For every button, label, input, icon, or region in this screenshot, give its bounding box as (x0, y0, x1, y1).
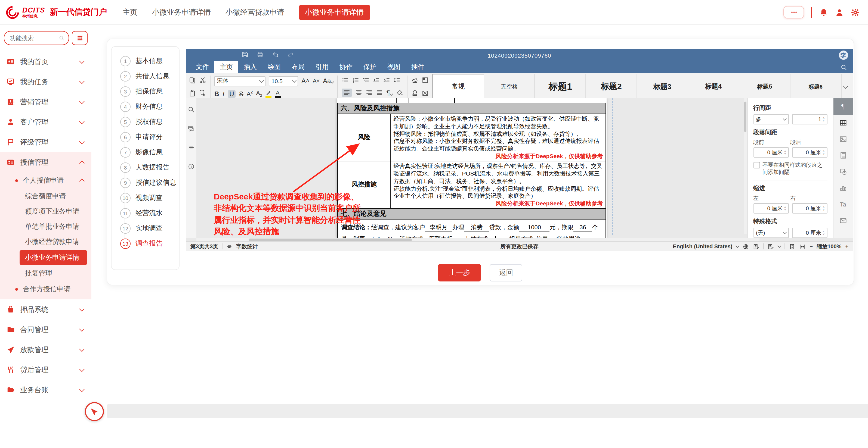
line-spacing-stepper[interactable]: 1˄˅ (792, 114, 827, 125)
change-case-icon[interactable]: Aa (323, 78, 334, 84)
word-count-button[interactable]: 字数统计 (236, 243, 258, 250)
sidebar-item[interactable]: 客户管理 (0, 112, 91, 132)
language-globe-icon[interactable] (743, 243, 749, 250)
top-tab[interactable]: 小微业务申请详情 (299, 5, 370, 20)
sidebar-subitem[interactable]: 小微业务申请详情 (20, 250, 87, 265)
editor-menu-tab[interactable]: 绘图 (262, 61, 286, 73)
paragraph-panel-tab[interactable]: ¶ (833, 98, 853, 115)
image-panel-tab[interactable] (833, 131, 853, 147)
notifications-bell-icon[interactable] (819, 8, 828, 16)
top-tab[interactable]: 小微业务申请详情 (152, 7, 211, 17)
zoom-in-button[interactable]: + (845, 243, 848, 249)
font-color-button[interactable]: A (275, 90, 281, 98)
paragraph-mark-button[interactable]: ¶ (386, 90, 393, 96)
style-heading1[interactable]: 标题1 (535, 74, 586, 99)
underline-button[interactable]: U (228, 90, 236, 98)
shapes-panel-tab[interactable] (833, 164, 853, 180)
zoom-level[interactable]: 缩放100% (816, 243, 841, 250)
editor-menu-tab[interactable]: 引用 (310, 61, 334, 73)
wizard-step[interactable]: 2 共借人信息 (112, 68, 179, 84)
strikethrough-button[interactable]: S (239, 91, 244, 97)
sidebar-subitem[interactable]: 批复管理 (0, 266, 91, 281)
wizard-step[interactable]: 7 影像信息 (112, 144, 179, 160)
style-heading2[interactable]: 标题2 (586, 74, 637, 99)
style-heading6[interactable]: 标题6 (790, 74, 841, 99)
spacing-after-stepper[interactable]: 0 厘米˄˅ (792, 147, 827, 158)
increase-indent-icon[interactable] (383, 77, 390, 84)
align-left-button[interactable] (342, 89, 352, 97)
navigation-outline-icon[interactable] (188, 144, 195, 151)
settings-gear-icon[interactable] (850, 8, 859, 16)
more-actions-button[interactable] (783, 6, 804, 19)
wizard-step[interactable]: 5 授权信息 (112, 114, 179, 129)
shading-icon[interactable] (421, 77, 428, 84)
find-icon[interactable] (188, 106, 195, 113)
line-spacing-select[interactable]: 多 (753, 114, 788, 125)
font-family-select[interactable]: 宋体 (214, 76, 266, 86)
wizard-step[interactable]: 12 实地调查 (112, 220, 179, 236)
editor-menu-tab[interactable]: 主页 (214, 61, 238, 73)
field-guarantee-method[interactable]: 信用 (533, 235, 551, 238)
superscript-button[interactable]: A2 (247, 90, 253, 97)
text-art-panel-tab[interactable]: Ta (833, 196, 853, 212)
sidebar-subitem[interactable]: 单笔单批业务申请 (0, 219, 91, 234)
fill-color-icon[interactable] (396, 90, 403, 97)
indent-left-stepper[interactable]: 0 厘米˄˅ (753, 203, 788, 213)
wizard-step[interactable]: 8 大数据报告 (112, 160, 179, 175)
document-page[interactable]: 六、风险及风控措施 风险 经营风险：小微企业市场竞争力弱，易受行业波动（如政策变… (337, 98, 607, 238)
sidebar-subparent-partner-credit[interactable]: 合作方授信申请 (0, 281, 91, 297)
special-format-stepper[interactable]: 0 厘米˄˅ (792, 228, 827, 238)
spellcheck-icon[interactable] (753, 243, 760, 250)
vertical-scrollbar[interactable] (743, 98, 747, 234)
sidebar-item[interactable]: 评级管理 (0, 132, 91, 152)
sidebar-subitem[interactable]: 综合额度申请 (0, 188, 91, 204)
field-amount[interactable]: 1000 (519, 224, 550, 232)
numbered-list-icon[interactable] (352, 77, 359, 84)
same-style-spacing-checkbox[interactable]: 不要在相同样式的段落之间添加间隔 (753, 161, 827, 175)
doc-conclusion[interactable]: 调查结论：经调查，建议为客户李明月办理消费贷款，金额1000元，期限36个月，利… (338, 219, 606, 238)
info-icon[interactable] (188, 163, 195, 170)
font-size-select[interactable]: 10.5 (269, 76, 298, 86)
editor-menu-tab[interactable]: 布局 (286, 61, 310, 73)
align-right-icon[interactable] (366, 90, 373, 97)
copy-icon[interactable] (189, 77, 196, 84)
style-heading3[interactable]: 标题3 (637, 74, 688, 99)
checkbox[interactable] (753, 162, 760, 168)
fit-page-icon[interactable] (789, 243, 795, 250)
field-repayment-method[interactable]: 等额本析 (423, 235, 458, 238)
user-profile-icon[interactable] (835, 8, 843, 16)
wizard-step[interactable]: 1 基本信息 (112, 53, 179, 68)
top-tab[interactable]: 小微经营贷款申请 (225, 7, 284, 17)
sidebar-item-credit-management[interactable]: 授信管理 (0, 152, 91, 172)
clear-format-eraser-icon[interactable] (411, 77, 418, 84)
previous-step-button[interactable]: 上一步 (438, 264, 481, 281)
sidebar-item[interactable]: 合同管理 (0, 319, 91, 340)
editor-menu-tab[interactable]: 保护 (358, 61, 382, 73)
sidebar-item[interactable]: 押品系统 (0, 299, 91, 319)
wizard-step[interactable]: 10 视频调查 (112, 190, 179, 205)
style-normal[interactable]: 常规 (432, 74, 484, 99)
floating-send-button[interactable] (85, 402, 104, 421)
editor-menu-tab[interactable]: 插入 (238, 61, 262, 73)
return-button[interactable]: 返回 (490, 264, 523, 281)
editor-menu-tab[interactable]: 插件 (406, 61, 430, 73)
text-frame-icon[interactable] (421, 90, 428, 97)
wizard-step[interactable]: 9 授信建议信息 (112, 175, 179, 190)
wizard-step[interactable]: 11 经营流水 (112, 205, 179, 220)
track-changes-icon[interactable] (768, 243, 774, 250)
select-icon[interactable] (199, 90, 206, 97)
align-center-icon[interactable] (355, 90, 362, 97)
editor-menu-tab[interactable]: 视图 (382, 61, 406, 73)
sidebar-item[interactable]: 业务台账 (0, 380, 91, 400)
mail-merge-panel-tab[interactable] (833, 212, 853, 229)
format-stamp-icon[interactable] (411, 90, 418, 97)
spacing-before-stepper[interactable]: 0 厘米˄˅ (753, 147, 788, 158)
top-tab[interactable]: 主页 (123, 7, 137, 17)
editor-menu-tab[interactable]: 文件 (190, 61, 214, 73)
page-panel-tab[interactable] (833, 147, 853, 164)
wizard-step[interactable]: 13 调查报告 (112, 236, 179, 251)
decrease-indent-icon[interactable] (373, 77, 380, 84)
sidebar-item[interactable]: 营销管理 (0, 92, 91, 112)
style-heading5[interactable]: 标题5 (739, 74, 790, 99)
sidebar-subitem[interactable]: 小微经营贷款申请 (0, 234, 91, 249)
